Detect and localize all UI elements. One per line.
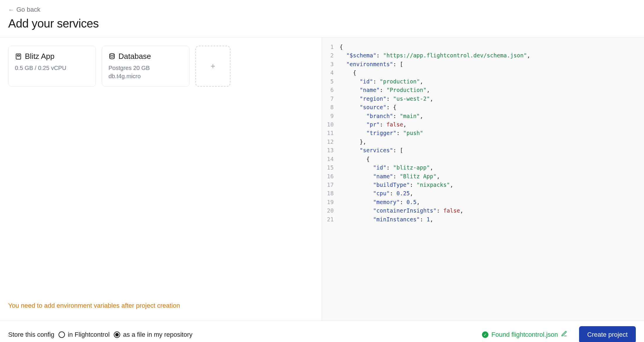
line-number: 12 — [322, 138, 340, 146]
line-content: "pr": false, — [340, 120, 644, 129]
code-line: 6 "name": "Production", — [322, 86, 644, 94]
line-number: 7 — [322, 95, 340, 103]
line-content: "services": [ — [340, 146, 644, 155]
store-config-label: Store this config — [8, 331, 54, 338]
radio-flightcontrol[interactable]: in Flightcontrol — [58, 331, 110, 338]
svg-point-2 — [110, 54, 114, 55]
code-line: 19 "memory": 0.5, — [322, 198, 644, 206]
radio-label: in Flightcontrol — [68, 331, 110, 338]
add-service-button[interactable]: + — [195, 46, 230, 87]
radio-icon — [58, 331, 65, 338]
line-content: "region": "us-west-2", — [340, 95, 644, 103]
store-config-group: Store this config in Flightcontrol as a … — [8, 331, 192, 338]
line-content: "id": "production", — [340, 77, 644, 86]
service-card-subtitle: Postgres 20 GB db.t4g.micro — [109, 64, 183, 80]
line-content: "memory": 0.5, — [340, 198, 644, 206]
arrow-left-icon: ← — [8, 6, 14, 13]
code-line: 4 { — [322, 69, 644, 77]
database-icon — [109, 53, 116, 60]
plus-icon: + — [211, 61, 215, 71]
line-number: 20 — [322, 206, 340, 215]
container-icon — [15, 53, 22, 60]
line-number: 13 — [322, 146, 340, 155]
line-number: 14 — [322, 155, 340, 163]
service-card-database[interactable]: Database Postgres 20 GB db.t4g.micro — [102, 46, 190, 87]
line-content: "cpu": 0.25, — [340, 189, 644, 198]
service-card-blitz-app[interactable]: Blitz App 0.5 GB / 0.25 vCPU — [8, 46, 96, 87]
code-line: 5 "id": "production", — [322, 77, 644, 86]
line-number: 9 — [322, 112, 340, 120]
line-content: "environments": [ — [340, 60, 644, 69]
line-number: 21 — [322, 215, 340, 224]
code-line: 11 "trigger": "push" — [322, 129, 644, 137]
line-number: 5 — [322, 77, 340, 86]
code-line: 3 "environments": [ — [322, 60, 644, 69]
line-content: "name": "Production", — [340, 86, 644, 94]
line-number: 10 — [322, 120, 340, 129]
code-line: 13 "services": [ — [322, 146, 644, 155]
services-panel: Blitz App 0.5 GB / 0.25 vCPU Database Po… — [0, 37, 322, 321]
go-back-link[interactable]: ← Go back — [8, 6, 40, 13]
code-line: 2 "$schema": "https://app.flightcontrol.… — [322, 51, 644, 60]
code-line: 15 "id": "blitz-app", — [322, 163, 644, 172]
line-content: "name": "Blitz App", — [340, 172, 644, 181]
line-number: 19 — [322, 198, 340, 206]
line-content: }, — [340, 138, 644, 146]
code-block: 1{2 "$schema": "https://app.flightcontro… — [322, 43, 644, 224]
line-content: "branch": "main", — [340, 112, 644, 120]
code-line: 7 "region": "us-west-2", — [322, 95, 644, 103]
line-content: "source": { — [340, 103, 644, 112]
code-line: 14 { — [322, 155, 644, 163]
line-number: 16 — [322, 172, 340, 181]
check-circle-icon: ✓ — [482, 331, 488, 338]
line-number: 6 — [322, 86, 340, 94]
code-line: 8 "source": { — [322, 103, 644, 112]
code-panel[interactable]: 1{2 "$schema": "https://app.flightcontro… — [322, 37, 644, 321]
line-content: { — [340, 155, 644, 163]
line-number: 4 — [322, 69, 340, 77]
line-content: "buildType": "nixpacks", — [340, 181, 644, 189]
page-title: Add your services — [8, 17, 636, 30]
service-card-title: Database — [118, 52, 151, 61]
line-content: { — [340, 43, 644, 51]
svg-rect-1 — [17, 55, 20, 56]
line-number: 8 — [322, 103, 340, 112]
code-line: 18 "cpu": 0.25, — [322, 189, 644, 198]
line-content: "trigger": "push" — [340, 129, 644, 137]
code-line: 16 "name": "Blitz App", — [322, 172, 644, 181]
code-line: 1{ — [322, 43, 644, 51]
go-back-label: Go back — [16, 6, 40, 13]
radio-label: as a file in my repository — [123, 331, 192, 338]
service-cards: Blitz App 0.5 GB / 0.25 vCPU Database Po… — [8, 46, 314, 87]
line-number: 17 — [322, 181, 340, 189]
radio-repository[interactable]: as a file in my repository — [114, 331, 192, 338]
code-line: 12 }, — [322, 138, 644, 146]
line-content: "containerInsights": false, — [340, 206, 644, 215]
line-number: 11 — [322, 129, 340, 137]
env-vars-warning: You need to add environment variables af… — [8, 302, 314, 312]
line-number: 3 — [322, 60, 340, 69]
create-project-button[interactable]: Create project — [579, 326, 636, 342]
radio-icon — [114, 331, 120, 338]
line-content: "$schema": "https://app.flightcontrol.de… — [340, 51, 644, 60]
code-line: 10 "pr": false, — [322, 120, 644, 129]
found-config-label: Found flightcontrol.json — [491, 331, 558, 338]
line-number: 2 — [322, 51, 340, 60]
code-line: 9 "branch": "main", — [322, 112, 644, 120]
edit-icon[interactable] — [561, 331, 567, 339]
line-number: 18 — [322, 189, 340, 198]
line-content: { — [340, 69, 644, 77]
service-card-subtitle: 0.5 GB / 0.25 vCPU — [15, 64, 89, 72]
service-card-title: Blitz App — [25, 52, 54, 61]
found-config-status: ✓ Found flightcontrol.json — [482, 331, 567, 339]
code-line: 21 "minInstances": 1, — [322, 215, 644, 224]
code-line: 17 "buildType": "nixpacks", — [322, 181, 644, 189]
line-number: 1 — [322, 43, 340, 51]
line-number: 15 — [322, 163, 340, 172]
line-content: "id": "blitz-app", — [340, 163, 644, 172]
line-content: "minInstances": 1, — [340, 215, 644, 224]
code-line: 20 "containerInsights": false, — [322, 206, 644, 215]
